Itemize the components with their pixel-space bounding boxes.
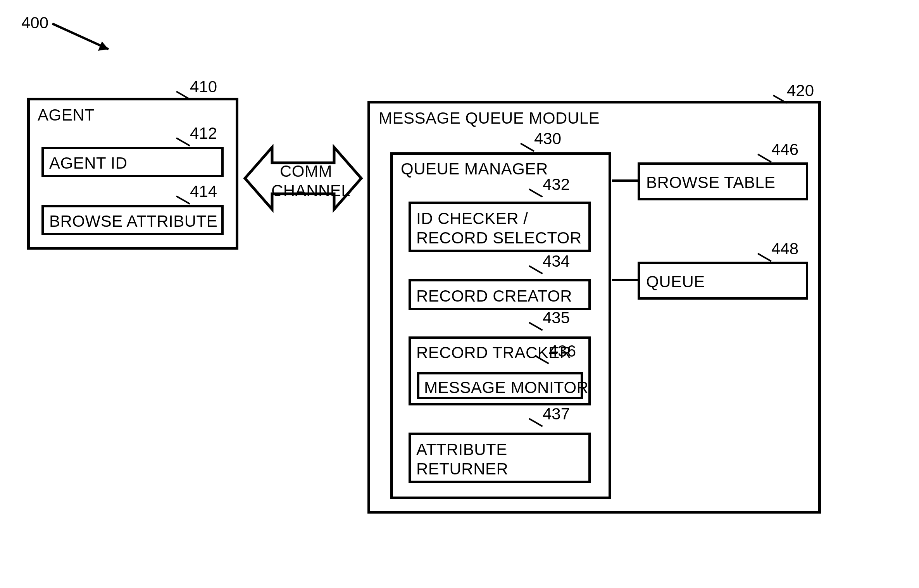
- ref-434: 434: [543, 252, 570, 271]
- queue-box: QUEUE: [638, 262, 808, 300]
- record-creator-box: RECORD CREATOR: [409, 279, 591, 310]
- browse-attribute-label: BROWSE ATTRIBUTE: [49, 212, 217, 231]
- ref-412: 412: [190, 124, 217, 143]
- message-monitor-box: MESSAGE MONITOR: [417, 372, 583, 399]
- attribute-returner-line1: ATTRIBUTE: [416, 440, 507, 459]
- qm-connectors: [610, 177, 641, 290]
- attribute-returner-line2: RETURNER: [416, 460, 508, 478]
- agent-id-label: AGENT ID: [49, 154, 128, 172]
- agent-box: AGENT AGENT ID BROWSE ATTRIBUTE: [27, 98, 238, 250]
- ref-420: 420: [787, 81, 814, 100]
- ref-430: 430: [534, 129, 561, 148]
- ref-448: 448: [771, 240, 798, 258]
- ref-435: 435: [543, 309, 570, 327]
- id-checker-line1: ID CHECKER /: [416, 209, 528, 228]
- agent-id-box: AGENT ID: [41, 147, 224, 177]
- ref-410: 410: [190, 78, 217, 96]
- comm-channel-line1: COMM: [280, 162, 332, 181]
- queue-label: QUEUE: [646, 272, 705, 291]
- id-checker-box: ID CHECKER / RECORD SELECTOR: [409, 202, 591, 252]
- mq-module-title: MESSAGE QUEUE MODULE: [379, 109, 600, 128]
- record-tracker-label: RECORD TRACKER: [416, 343, 572, 362]
- id-checker-line2: RECORD SELECTOR: [416, 229, 582, 247]
- queue-manager-title: QUEUE MANAGER: [401, 160, 548, 178]
- queue-manager-box: QUEUE MANAGER ID CHECKER / RECORD SELECT…: [390, 152, 611, 499]
- message-monitor-label: MESSAGE MONITOR: [424, 378, 588, 397]
- diagram-stage: 400 AGENT AGENT ID BROWSE ATTRIBUTE 410 …: [0, 0, 919, 588]
- comm-channel-line2: CHANNEL: [271, 181, 350, 200]
- browse-attribute-box: BROWSE ATTRIBUTE: [41, 205, 224, 235]
- figure-arrow-icon: [48, 21, 122, 60]
- attribute-returner-box: ATTRIBUTE RETURNER: [409, 433, 591, 483]
- ref-446: 446: [771, 140, 798, 159]
- mq-module-box: MESSAGE QUEUE MODULE QUEUE MANAGER ID CH…: [367, 101, 821, 514]
- svg-line-0: [52, 24, 109, 49]
- ref-414: 414: [190, 182, 217, 201]
- figure-ref-400: 400: [21, 14, 48, 32]
- ref-436: 436: [549, 342, 576, 360]
- ref-437: 437: [543, 405, 570, 423]
- ref-432: 432: [543, 175, 570, 194]
- browse-table-label: BROWSE TABLE: [646, 173, 776, 192]
- record-creator-label: RECORD CREATOR: [416, 287, 572, 305]
- agent-title: AGENT: [38, 106, 95, 124]
- browse-table-box: BROWSE TABLE: [638, 162, 808, 200]
